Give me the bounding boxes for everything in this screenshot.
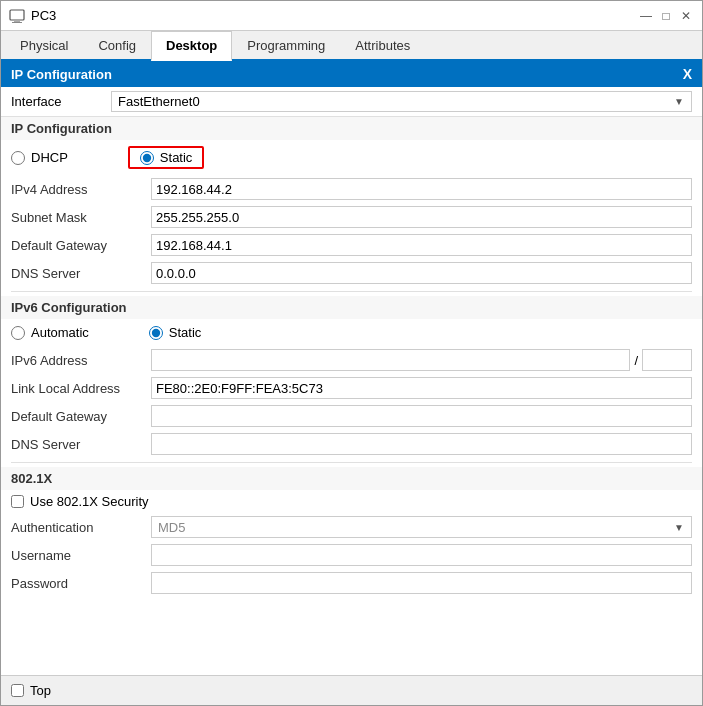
tab-config[interactable]: Config [83,31,151,61]
interface-select-wrapper: FastEthernet0 [111,91,692,112]
ipv6-gw-label: Default Gateway [11,409,151,424]
dot1x-section-title: 802.1X [1,467,702,490]
dot1x-checkbox-label: Use 802.1X Security [30,494,149,509]
top-label: Top [30,683,51,698]
divider-1 [11,291,692,292]
title-bar: PC3 — □ ✕ [1,1,702,31]
ipv4-label: IPv4 Address [11,182,151,197]
ipv6-dns-input[interactable] [151,433,692,455]
username-input[interactable] [151,544,692,566]
dns-row: DNS Server [1,259,702,287]
ipv4-row: IPv4 Address [1,175,702,203]
password-input[interactable] [151,572,692,594]
panel-title: IP Configuration [11,67,112,82]
static-radio[interactable] [140,151,154,165]
panel-header: IP Configuration X [1,61,702,87]
dot1x-checkbox[interactable] [11,495,24,508]
ipv6-addr-label: IPv6 Address [11,353,151,368]
ipv6-slash: / [634,353,638,368]
svg-rect-0 [10,10,24,20]
username-label: Username [11,548,151,563]
main-window: PC3 — □ ✕ Physical Config Desktop Progra… [0,0,703,706]
static-label: Static [160,150,193,165]
subnet-row: Subnet Mask [1,203,702,231]
tab-attributes[interactable]: Attributes [340,31,425,61]
ipv4-input[interactable] [151,178,692,200]
subnet-label: Subnet Mask [11,210,151,225]
svg-rect-2 [12,22,22,23]
ipv6-gw-row: Default Gateway [1,402,702,430]
tab-desktop[interactable]: Desktop [151,31,232,61]
title-bar-left: PC3 [9,8,56,24]
dhcp-radio-label[interactable]: DHCP [11,150,68,165]
tab-programming[interactable]: Programming [232,31,340,61]
password-row: Password [1,569,702,597]
ipv6-mode-row: Automatic Static [1,319,702,346]
top-checkbox[interactable] [11,684,24,697]
close-button[interactable]: ✕ [678,8,694,24]
svg-rect-1 [14,20,20,22]
interface-label: Interface [11,94,111,109]
pc-icon [9,8,25,24]
divider-2 [11,462,692,463]
tab-physical[interactable]: Physical [5,31,83,61]
panel-close-button[interactable]: X [683,66,692,82]
interface-row: Interface FastEthernet0 [1,87,702,117]
static-radio-box: Static [128,146,205,169]
ipv6-addr-row: IPv6 Address / [1,346,702,374]
ip-mode-row: DHCP Static [1,140,702,175]
dns-input[interactable] [151,262,692,284]
ipv6-input-group: / [151,349,692,371]
subnet-input[interactable] [151,206,692,228]
gateway-row: Default Gateway [1,231,702,259]
ip-config-section-title: IP Configuration [1,117,702,140]
ipv6-config-section-title: IPv6 Configuration [1,296,702,319]
minimize-button[interactable]: — [638,8,654,24]
auth-label: Authentication [11,520,151,535]
window-title: PC3 [31,8,56,23]
dot1x-checkbox-row: Use 802.1X Security [1,490,702,513]
ipv6-dns-row: DNS Server [1,430,702,458]
automatic-radio[interactable] [11,326,25,340]
bottom-bar: Top [1,675,702,705]
ipv6-static-radio-label[interactable]: Static [149,325,202,340]
maximize-button[interactable]: □ [658,8,674,24]
ipv6-static-label: Static [169,325,202,340]
auth-select-wrapper: MD5 [151,516,692,538]
title-controls: — □ ✕ [638,8,694,24]
ipv6-dns-label: DNS Server [11,437,151,452]
automatic-label: Automatic [31,325,89,340]
ipv6-prefix-input[interactable] [642,349,692,371]
ipv6-gw-input[interactable] [151,405,692,427]
dhcp-label: DHCP [31,150,68,165]
interface-select[interactable]: FastEthernet0 [111,91,692,112]
auth-row: Authentication MD5 [1,513,702,541]
tab-bar: Physical Config Desktop Programming Attr… [1,31,702,61]
gateway-label: Default Gateway [11,238,151,253]
password-label: Password [11,576,151,591]
gateway-input[interactable] [151,234,692,256]
dns-label: DNS Server [11,266,151,281]
link-local-row: Link Local Address [1,374,702,402]
ipv6-addr-input[interactable] [151,349,630,371]
main-content: IP Configuration X Interface FastEtherne… [1,61,702,675]
automatic-radio-label[interactable]: Automatic [11,325,89,340]
username-row: Username [1,541,702,569]
auth-select[interactable]: MD5 [151,516,692,538]
static-radio-label[interactable]: Static [140,150,193,165]
link-local-input[interactable] [151,377,692,399]
link-local-label: Link Local Address [11,381,151,396]
dhcp-radio[interactable] [11,151,25,165]
ipv6-static-radio[interactable] [149,326,163,340]
